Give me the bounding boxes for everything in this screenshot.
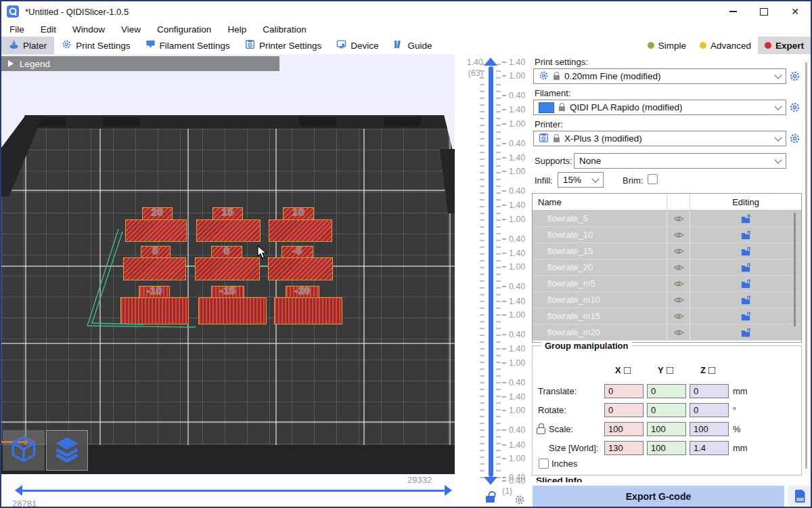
menu-item-edit[interactable]: Edit: [32, 24, 64, 35]
layer-slider-lower-thumb[interactable]: [484, 477, 497, 485]
hslider-right-arrow[interactable]: [445, 485, 452, 496]
export-to-sd-button[interactable]: [788, 486, 812, 507]
edit-object-icon[interactable]: [690, 227, 801, 242]
object-row[interactable]: flowrate_15: [533, 243, 801, 259]
mode-advanced[interactable]: Advanced: [693, 37, 758, 54]
filament-combo[interactable]: QIDI PLA Rapido (modified): [533, 100, 786, 115]
tab-guide[interactable]: Guide: [386, 37, 439, 54]
mode-expert[interactable]: Expert: [758, 37, 811, 54]
minimize-button[interactable]: [717, 1, 748, 22]
filament-gear-button[interactable]: [789, 102, 800, 113]
print-settings-label: Print settings:: [535, 57, 588, 67]
tab-print-settings[interactable]: Print Settings: [54, 37, 137, 54]
maximize-button[interactable]: [748, 1, 780, 22]
inches-checkbox[interactable]: [539, 459, 549, 469]
menu-item-file[interactable]: File: [1, 24, 32, 35]
visibility-eye-icon[interactable]: [667, 324, 690, 340]
object-row[interactable]: flowrate_m15: [533, 308, 801, 324]
object-row[interactable]: flowrate_10: [533, 227, 801, 243]
unlock-icon[interactable]: [486, 496, 495, 503]
flowrate-patch[interactable]: [196, 219, 261, 242]
uniform-scale-lock-icon[interactable]: [537, 427, 545, 434]
printer-gear-button[interactable]: [789, 133, 800, 144]
flowrate-patch-tab[interactable]: 0: [211, 246, 242, 258]
visibility-eye-icon[interactable]: [667, 259, 690, 275]
edit-object-icon[interactable]: [690, 259, 801, 275]
flowrate-patch[interactable]: [123, 257, 186, 280]
edit-object-icon[interactable]: [690, 276, 801, 291]
tab-filament-settings[interactable]: Filament Settings: [138, 37, 238, 54]
gm-input-x[interactable]: 0: [604, 403, 644, 417]
tab-plater[interactable]: Plater: [1, 37, 54, 54]
layer-vertical-slider[interactable]: [489, 66, 493, 477]
edit-object-icon[interactable]: [690, 292, 801, 308]
gm-input-y[interactable]: 100: [647, 422, 686, 436]
edit-object-icon[interactable]: [690, 211, 801, 226]
tab-printer-settings[interactable]: Printer Settings: [238, 37, 329, 54]
3d-viewport[interactable]: 20151050-5-10-15-20 Legend: [1, 54, 455, 508]
gm-input-x[interactable]: 130: [604, 441, 644, 455]
flowrate-patch[interactable]: [120, 297, 189, 324]
edit-object-icon[interactable]: [690, 308, 801, 324]
3d-editor-view-button[interactable]: [3, 430, 45, 471]
flowrate-patch[interactable]: [198, 297, 267, 324]
flowrate-patch-tab[interactable]: -20: [286, 286, 319, 298]
object-row[interactable]: flowrate_5: [533, 211, 801, 227]
menu-item-help[interactable]: Help: [219, 24, 254, 35]
flowrate-patch-tab[interactable]: -5: [281, 246, 313, 258]
supports-combo[interactable]: None: [574, 153, 786, 169]
gm-input-x[interactable]: 0: [604, 384, 644, 398]
object-row[interactable]: flowrate_m10: [533, 292, 801, 308]
gm-input-z[interactable]: 0: [690, 403, 729, 417]
brim-checkbox[interactable]: [648, 174, 658, 184]
gm-input-y[interactable]: 0: [647, 384, 686, 398]
tab-device[interactable]: Device: [329, 37, 386, 54]
menu-item-configuration[interactable]: Configuration: [149, 24, 219, 35]
gm-input-x[interactable]: 100: [604, 422, 644, 436]
visibility-eye-icon[interactable]: [667, 308, 690, 324]
flowrate-patch-tab[interactable]: 10: [283, 207, 314, 220]
menu-item-calibration[interactable]: Calibration: [254, 24, 315, 35]
layer-slider-upper-thumb[interactable]: [484, 58, 497, 66]
visibility-eye-icon[interactable]: [667, 243, 690, 259]
mode-simple[interactable]: Simple: [641, 37, 693, 54]
flowrate-patch-tab[interactable]: -15: [211, 286, 244, 298]
legend-header[interactable]: Legend: [1, 56, 279, 71]
flowrate-patch-tab[interactable]: -10: [139, 286, 170, 298]
flowrate-patch-tab[interactable]: 5: [141, 246, 171, 258]
gm-input-z[interactable]: 100: [690, 422, 729, 436]
export-gcode-button[interactable]: Export G-code: [533, 486, 784, 507]
printer-combo[interactable]: X-Plus 3 (modified): [533, 131, 786, 146]
object-row[interactable]: flowrate_20: [533, 259, 801, 276]
flowrate-patch[interactable]: [268, 257, 333, 280]
visibility-eye-icon[interactable]: [667, 276, 690, 291]
gcode-horizontal-slider[interactable]: [22, 490, 445, 492]
visibility-eye-icon[interactable]: [667, 227, 690, 242]
flowrate-patch-tab[interactable]: 20: [142, 207, 173, 220]
flowrate-patch[interactable]: [274, 297, 342, 324]
print-settings-gear-button[interactable]: [789, 70, 800, 82]
slider-gear-icon[interactable]: [514, 494, 525, 508]
gm-input-y[interactable]: 100: [647, 441, 686, 455]
preview-view-button[interactable]: [46, 430, 88, 471]
flowrate-patch-tab[interactable]: 15: [212, 207, 243, 220]
object-list-scrollbar[interactable]: [794, 213, 796, 326]
panel-scrollbar[interactable]: [805, 62, 807, 469]
visibility-eye-icon[interactable]: [667, 292, 690, 308]
gm-input-z[interactable]: 0: [690, 384, 729, 398]
object-row[interactable]: flowrate_m20: [533, 324, 801, 341]
edit-object-icon[interactable]: [690, 324, 801, 340]
edit-object-icon[interactable]: [690, 243, 801, 259]
menu-item-view[interactable]: View: [113, 24, 149, 35]
flowrate-patch[interactable]: [195, 257, 260, 280]
print-settings-combo[interactable]: 0.20mm Fine (modified): [533, 68, 786, 84]
object-row[interactable]: flowrate_m5: [533, 276, 801, 292]
menu-item-window[interactable]: Window: [64, 24, 113, 35]
flowrate-patch[interactable]: [269, 219, 332, 242]
flowrate-patch[interactable]: [125, 219, 187, 242]
infill-combo[interactable]: 15%: [558, 172, 604, 188]
close-button[interactable]: ✕: [780, 1, 811, 22]
gm-input-z[interactable]: 1.4: [690, 441, 729, 455]
gm-input-y[interactable]: 0: [647, 403, 686, 417]
visibility-eye-icon[interactable]: [667, 211, 690, 226]
